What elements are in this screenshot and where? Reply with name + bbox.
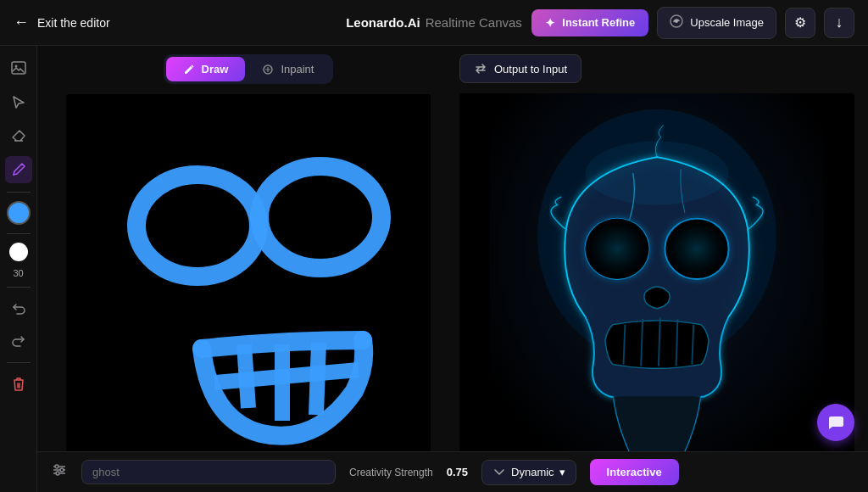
interactive-button[interactable]: Interactive	[590, 459, 679, 485]
left-sidebar: 30	[0, 46, 37, 492]
sidebar-divider-2	[7, 233, 31, 234]
svg-point-29	[60, 468, 64, 472]
bottom-bar: Creativity Strength 0.75 Dynamic ▾ Inter…	[37, 451, 868, 492]
creativity-label: Creativity Strength	[349, 467, 433, 478]
bottom-adjust-icon[interactable]	[51, 461, 68, 483]
settings-button[interactable]: ⚙	[785, 8, 815, 38]
tool-tabs: Draw Inpaint	[164, 54, 334, 84]
inpaint-tab[interactable]: Inpaint	[245, 57, 331, 81]
sidebar-image-tool[interactable]	[5, 54, 32, 81]
brush-size-value: 30	[13, 268, 23, 278]
prompt-input[interactable]	[81, 460, 336, 484]
download-icon: ↓	[836, 14, 843, 31]
exit-editor-button[interactable]: ← Exit the editor	[14, 14, 110, 31]
delete-button[interactable]	[6, 372, 31, 397]
sidebar-divider-1	[7, 192, 31, 193]
svg-point-22	[587, 220, 647, 277]
chevron-down-icon: ▾	[559, 466, 565, 478]
creativity-value: 0.75	[447, 466, 468, 478]
sparkle-icon: ✦	[545, 16, 555, 30]
output-to-input-button[interactable]: Output to Input	[459, 54, 581, 83]
redo-button[interactable]	[6, 328, 31, 354]
exit-label: Exit the editor	[37, 16, 110, 30]
exit-arrow-icon: ←	[14, 14, 29, 31]
download-button[interactable]: ↓	[824, 8, 854, 38]
sidebar-select-tool[interactable]	[5, 88, 32, 115]
color-picker[interactable]	[7, 201, 31, 225]
svg-point-23	[666, 220, 726, 277]
svg-point-1	[675, 20, 678, 23]
header-actions: ✦ Instant Refine Upscale Image ⚙ ↓	[531, 7, 854, 39]
brand-name: Leonardo.Ai	[346, 15, 420, 30]
main-area: 30	[0, 46, 868, 492]
output-image	[459, 93, 854, 492]
output-area: Output to Input	[459, 46, 868, 492]
draw-tab[interactable]: Draw	[166, 57, 246, 81]
svg-point-28	[55, 465, 58, 468]
sidebar-brush-tool[interactable]	[5, 156, 32, 183]
upscale-icon	[670, 14, 683, 31]
undo-button[interactable]	[6, 296, 31, 321]
app-title: Leonardo.Ai Realtime Canvas	[346, 15, 522, 30]
brush-size-preview[interactable]	[9, 243, 28, 261]
instant-refine-button[interactable]: ✦ Instant Refine	[531, 9, 648, 36]
chat-bubble-button[interactable]	[817, 404, 854, 441]
app-subtitle: Realtime Canvas	[426, 15, 522, 30]
dynamic-dropdown[interactable]: Dynamic ▾	[481, 460, 576, 485]
drawing-canvas[interactable]	[66, 94, 431, 459]
upscale-image-button[interactable]: Upscale Image	[657, 7, 776, 39]
sidebar-divider-3	[7, 287, 31, 288]
canvas-area: Draw Inpaint	[37, 46, 459, 492]
sidebar-eraser-tool[interactable]	[5, 122, 32, 149]
header: ← Exit the editor Leonardo.Ai Realtime C…	[0, 0, 868, 46]
svg-point-30	[56, 472, 59, 475]
gear-icon: ⚙	[794, 14, 806, 31]
sidebar-divider-4	[7, 362, 31, 363]
